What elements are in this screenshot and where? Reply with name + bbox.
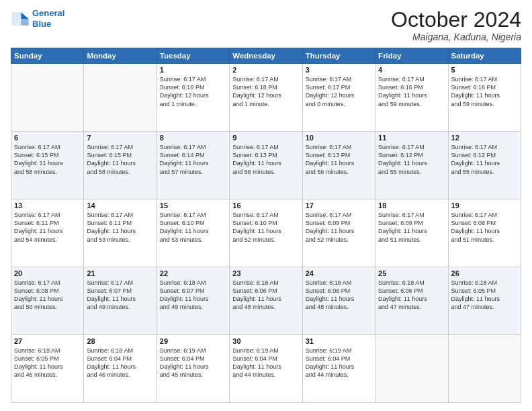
day-number: 1 <box>160 66 226 74</box>
day-number: 26 <box>451 269 518 277</box>
table-row: 21Sunrise: 6:17 AM Sunset: 6:07 PM Dayli… <box>84 267 157 335</box>
day-number: 5 <box>451 66 518 74</box>
cell-content: Sunrise: 6:17 AM Sunset: 6:12 PM Dayligh… <box>451 143 518 176</box>
cell-content: Sunrise: 6:17 AM Sunset: 6:10 PM Dayligh… <box>160 211 226 244</box>
table-row: 16Sunrise: 6:17 AM Sunset: 6:10 PM Dayli… <box>230 199 302 267</box>
table-row: 22Sunrise: 6:18 AM Sunset: 6:07 PM Dayli… <box>157 267 229 335</box>
col-monday: Monday <box>84 48 157 64</box>
cell-content: Sunrise: 6:17 AM Sunset: 6:15 PM Dayligh… <box>87 143 153 176</box>
cell-content: Sunrise: 6:17 AM Sunset: 6:09 PM Dayligh… <box>306 211 372 244</box>
table-row: 2Sunrise: 6:17 AM Sunset: 6:18 PM Daylig… <box>230 64 302 132</box>
month-title: October 2024 <box>391 8 521 32</box>
day-number: 4 <box>378 66 445 74</box>
day-number: 13 <box>14 201 81 210</box>
calendar-table: Sunday Monday Tuesday Wednesday Thursday… <box>11 48 521 403</box>
table-row: 24Sunrise: 6:18 AM Sunset: 6:06 PM Dayli… <box>302 267 375 335</box>
table-row: 4Sunrise: 6:17 AM Sunset: 6:16 PM Daylig… <box>375 64 448 132</box>
day-number: 31 <box>306 337 372 345</box>
table-row: 20Sunrise: 6:17 AM Sunset: 6:08 PM Dayli… <box>11 267 84 335</box>
day-number: 3 <box>306 66 372 74</box>
day-number: 28 <box>87 337 153 345</box>
table-row: 14Sunrise: 6:17 AM Sunset: 6:11 PM Dayli… <box>84 199 157 267</box>
table-row: 10Sunrise: 6:17 AM Sunset: 6:13 PM Dayli… <box>302 132 375 199</box>
cell-content: Sunrise: 6:18 AM Sunset: 6:05 PM Dayligh… <box>14 347 81 379</box>
cell-content: Sunrise: 6:18 AM Sunset: 6:06 PM Dayligh… <box>306 279 372 312</box>
calendar-header-row: Sunday Monday Tuesday Wednesday Thursday… <box>11 48 521 64</box>
calendar-week-row: 20Sunrise: 6:17 AM Sunset: 6:08 PM Dayli… <box>11 267 521 335</box>
table-row: 29Sunrise: 6:19 AM Sunset: 6:04 PM Dayli… <box>157 335 229 403</box>
calendar-week-row: 1Sunrise: 6:17 AM Sunset: 6:18 PM Daylig… <box>11 64 521 132</box>
table-row: 9Sunrise: 6:17 AM Sunset: 6:13 PM Daylig… <box>230 132 302 199</box>
table-row: 6Sunrise: 6:17 AM Sunset: 6:15 PM Daylig… <box>11 132 84 199</box>
cell-content: Sunrise: 6:17 AM Sunset: 6:16 PM Dayligh… <box>451 75 518 108</box>
table-row: 15Sunrise: 6:17 AM Sunset: 6:10 PM Dayli… <box>157 199 229 267</box>
table-row: 3Sunrise: 6:17 AM Sunset: 6:17 PM Daylig… <box>302 64 375 132</box>
svg-marker-1 <box>21 19 28 26</box>
table-row: 25Sunrise: 6:18 AM Sunset: 6:06 PM Dayli… <box>375 267 448 335</box>
col-thursday: Thursday <box>302 48 375 64</box>
day-number: 23 <box>232 269 299 277</box>
cell-content: Sunrise: 6:17 AM Sunset: 6:08 PM Dayligh… <box>14 279 81 312</box>
col-saturday: Saturday <box>448 48 521 64</box>
day-number: 9 <box>232 134 299 142</box>
table-row: 8Sunrise: 6:17 AM Sunset: 6:14 PM Daylig… <box>157 132 229 199</box>
day-number: 8 <box>160 134 226 142</box>
cell-content: Sunrise: 6:17 AM Sunset: 6:08 PM Dayligh… <box>451 211 518 244</box>
table-row <box>448 335 521 403</box>
cell-content: Sunrise: 6:17 AM Sunset: 6:14 PM Dayligh… <box>160 143 226 176</box>
day-number: 22 <box>160 269 226 277</box>
day-number: 7 <box>87 134 153 142</box>
day-number: 18 <box>378 201 445 210</box>
table-row: 17Sunrise: 6:17 AM Sunset: 6:09 PM Dayli… <box>302 199 375 267</box>
table-row: 31Sunrise: 6:19 AM Sunset: 6:04 PM Dayli… <box>302 335 375 403</box>
day-number: 21 <box>87 269 153 277</box>
cell-content: Sunrise: 6:17 AM Sunset: 6:16 PM Dayligh… <box>378 75 445 108</box>
cell-content: Sunrise: 6:19 AM Sunset: 6:04 PM Dayligh… <box>306 347 372 379</box>
cell-content: Sunrise: 6:17 AM Sunset: 6:13 PM Dayligh… <box>232 143 299 176</box>
cell-content: Sunrise: 6:17 AM Sunset: 6:10 PM Dayligh… <box>232 211 299 244</box>
day-number: 14 <box>87 201 153 210</box>
logo-text: General Blue <box>32 8 64 29</box>
day-number: 30 <box>232 337 299 345</box>
day-number: 16 <box>232 201 299 210</box>
table-row: 1Sunrise: 6:17 AM Sunset: 6:18 PM Daylig… <box>157 64 229 132</box>
cell-content: Sunrise: 6:18 AM Sunset: 6:05 PM Dayligh… <box>451 279 518 312</box>
cell-content: Sunrise: 6:17 AM Sunset: 6:18 PM Dayligh… <box>232 75 299 108</box>
table-row <box>84 64 157 132</box>
table-row: 30Sunrise: 6:19 AM Sunset: 6:04 PM Dayli… <box>230 335 302 403</box>
cell-content: Sunrise: 6:17 AM Sunset: 6:11 PM Dayligh… <box>87 211 153 244</box>
calendar-week-row: 13Sunrise: 6:17 AM Sunset: 6:11 PM Dayli… <box>11 199 521 267</box>
cell-content: Sunrise: 6:17 AM Sunset: 6:09 PM Dayligh… <box>378 211 445 244</box>
table-row: 5Sunrise: 6:17 AM Sunset: 6:16 PM Daylig… <box>448 64 521 132</box>
cell-content: Sunrise: 6:17 AM Sunset: 6:11 PM Dayligh… <box>14 211 81 244</box>
day-number: 19 <box>451 201 518 210</box>
cell-content: Sunrise: 6:17 AM Sunset: 6:17 PM Dayligh… <box>306 75 372 108</box>
day-number: 6 <box>14 134 81 142</box>
day-number: 11 <box>378 134 445 142</box>
day-number: 27 <box>14 337 81 345</box>
day-number: 29 <box>160 337 226 345</box>
day-number: 10 <box>306 134 372 142</box>
table-row: 12Sunrise: 6:17 AM Sunset: 6:12 PM Dayli… <box>448 132 521 199</box>
col-sunday: Sunday <box>11 48 84 64</box>
logo-icon <box>11 9 30 28</box>
table-row: 23Sunrise: 6:18 AM Sunset: 6:06 PM Dayli… <box>230 267 302 335</box>
day-number: 24 <box>306 269 372 277</box>
table-row: 26Sunrise: 6:18 AM Sunset: 6:05 PM Dayli… <box>448 267 521 335</box>
col-wednesday: Wednesday <box>230 48 302 64</box>
calendar-week-row: 6Sunrise: 6:17 AM Sunset: 6:15 PM Daylig… <box>11 132 521 199</box>
location: Maigana, Kaduna, Nigeria <box>391 32 521 42</box>
logo: General Blue <box>11 8 64 29</box>
cell-content: Sunrise: 6:17 AM Sunset: 6:07 PM Dayligh… <box>87 279 153 312</box>
day-number: 12 <box>451 134 518 142</box>
col-tuesday: Tuesday <box>157 48 229 64</box>
cell-content: Sunrise: 6:17 AM Sunset: 6:12 PM Dayligh… <box>378 143 445 176</box>
table-row: 13Sunrise: 6:17 AM Sunset: 6:11 PM Dayli… <box>11 199 84 267</box>
day-number: 2 <box>232 66 299 74</box>
table-row: 18Sunrise: 6:17 AM Sunset: 6:09 PM Dayli… <box>375 199 448 267</box>
day-number: 15 <box>160 201 226 210</box>
day-number: 17 <box>306 201 372 210</box>
table-row <box>11 64 84 132</box>
cell-content: Sunrise: 6:19 AM Sunset: 6:04 PM Dayligh… <box>232 347 299 379</box>
cell-content: Sunrise: 6:17 AM Sunset: 6:13 PM Dayligh… <box>306 143 372 176</box>
